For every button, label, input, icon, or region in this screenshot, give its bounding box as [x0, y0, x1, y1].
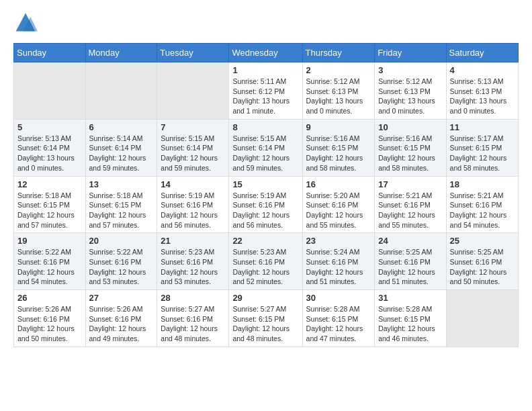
day-number: 27 [89, 293, 154, 303]
daylight-text: Daylight: 12 hours and 59 minutes. [89, 154, 146, 172]
logo-icon [13, 11, 38, 35]
sunset-text: Sunset: 6:14 PM [232, 144, 285, 152]
sunrise-text: Sunrise: 5:23 AM [232, 248, 286, 256]
sunrise-text: Sunrise: 5:20 AM [306, 191, 360, 199]
day-info: Sunrise: 5:22 AMSunset: 6:16 PMDaylight:… [89, 247, 154, 287]
day-number: 8 [232, 122, 298, 132]
calendar-week-row: 26Sunrise: 5:26 AMSunset: 6:16 PMDayligh… [14, 290, 519, 347]
day-number: 14 [161, 179, 225, 189]
day-info: Sunrise: 5:21 AMSunset: 6:16 PMDaylight:… [450, 191, 515, 230]
sunrise-text: Sunrise: 5:19 AM [232, 191, 286, 199]
day-info: Sunrise: 5:22 AMSunset: 6:16 PMDaylight:… [17, 247, 82, 287]
sunset-text: Sunset: 6:16 PM [89, 315, 142, 323]
sunrise-text: Sunrise: 5:22 AM [89, 248, 143, 256]
daylight-text: Daylight: 12 hours and 53 minutes. [161, 268, 218, 286]
daylight-text: Daylight: 12 hours and 57 minutes. [89, 211, 146, 229]
day-info: Sunrise: 5:12 AMSunset: 6:13 PMDaylight:… [378, 77, 442, 116]
sunrise-text: Sunrise: 5:26 AM [17, 305, 71, 313]
daylight-text: Daylight: 12 hours and 52 minutes. [232, 268, 290, 286]
daylight-text: Daylight: 12 hours and 51 minutes. [378, 268, 435, 286]
day-number: 1 [232, 65, 298, 75]
sunrise-text: Sunrise: 5:21 AM [378, 191, 432, 199]
sunset-text: Sunset: 6:14 PM [161, 144, 213, 152]
day-info: Sunrise: 5:11 AMSunset: 6:12 PMDaylight:… [232, 77, 298, 116]
calendar-cell: 10Sunrise: 5:16 AMSunset: 6:15 PMDayligh… [375, 119, 446, 176]
sunrise-text: Sunrise: 5:11 AM [232, 77, 286, 85]
daylight-text: Daylight: 12 hours and 53 minutes. [89, 268, 146, 286]
daylight-text: Daylight: 12 hours and 48 minutes. [161, 324, 218, 342]
sunrise-text: Sunrise: 5:16 AM [378, 134, 432, 142]
daylight-text: Daylight: 12 hours and 54 minutes. [450, 211, 507, 229]
day-info: Sunrise: 5:26 AMSunset: 6:16 PMDaylight:… [17, 304, 82, 344]
day-number: 17 [378, 179, 442, 189]
sunrise-text: Sunrise: 5:15 AM [161, 134, 214, 142]
sunrise-text: Sunrise: 5:14 AM [89, 134, 143, 142]
sunrise-text: Sunrise: 5:15 AM [232, 134, 286, 142]
daylight-text: Daylight: 12 hours and 54 minutes. [17, 268, 75, 286]
calendar-cell: 19Sunrise: 5:22 AMSunset: 6:16 PMDayligh… [14, 233, 86, 290]
day-info: Sunrise: 5:15 AMSunset: 6:14 PMDaylight:… [161, 134, 225, 173]
calendar-cell: 5Sunrise: 5:13 AMSunset: 6:14 PMDaylight… [14, 119, 86, 176]
calendar-cell: 7Sunrise: 5:15 AMSunset: 6:14 PMDaylight… [157, 119, 229, 176]
page: SundayMondayTuesdayWednesdayThursdayFrid… [0, 0, 532, 358]
day-number: 24 [378, 236, 442, 246]
sunrise-text: Sunrise: 5:12 AM [378, 77, 432, 85]
daylight-text: Daylight: 12 hours and 58 minutes. [306, 154, 363, 172]
sunset-text: Sunset: 6:16 PM [161, 258, 213, 266]
day-info: Sunrise: 5:15 AMSunset: 6:14 PMDaylight:… [232, 134, 298, 173]
sunset-text: Sunset: 6:16 PM [161, 201, 213, 209]
calendar-week-row: 19Sunrise: 5:22 AMSunset: 6:16 PMDayligh… [14, 233, 519, 290]
day-info: Sunrise: 5:14 AMSunset: 6:14 PMDaylight:… [89, 134, 154, 173]
daylight-text: Daylight: 12 hours and 49 minutes. [89, 324, 146, 342]
logo [13, 11, 42, 35]
calendar-cell [157, 62, 229, 120]
day-number: 18 [450, 179, 515, 189]
sunset-text: Sunset: 6:16 PM [232, 201, 285, 209]
daylight-text: Daylight: 12 hours and 50 minutes. [17, 324, 75, 342]
day-info: Sunrise: 5:12 AMSunset: 6:13 PMDaylight:… [306, 77, 371, 116]
daylight-text: Daylight: 13 hours and 1 minute. [232, 97, 290, 115]
daylight-text: Daylight: 12 hours and 58 minutes. [450, 154, 507, 172]
sunset-text: Sunset: 6:15 PM [378, 144, 431, 152]
daylight-text: Daylight: 12 hours and 50 minutes. [450, 268, 507, 286]
sunset-text: Sunset: 6:14 PM [17, 144, 70, 152]
day-number: 20 [89, 236, 154, 246]
daylight-text: Daylight: 12 hours and 55 minutes. [378, 211, 435, 229]
daylight-text: Daylight: 13 hours and 0 minutes. [17, 154, 75, 172]
calendar-cell: 4Sunrise: 5:13 AMSunset: 6:13 PMDaylight… [446, 62, 518, 120]
sunrise-text: Sunrise: 5:27 AM [161, 305, 214, 313]
sunrise-text: Sunrise: 5:27 AM [232, 305, 286, 313]
daylight-text: Daylight: 12 hours and 46 minutes. [378, 324, 435, 342]
day-info: Sunrise: 5:16 AMSunset: 6:15 PMDaylight:… [378, 134, 442, 173]
sunset-text: Sunset: 6:16 PM [161, 315, 213, 323]
sunset-text: Sunset: 6:14 PM [89, 144, 142, 152]
day-info: Sunrise: 5:19 AMSunset: 6:16 PMDaylight:… [232, 191, 298, 230]
sunset-text: Sunset: 6:15 PM [89, 201, 142, 209]
sunset-text: Sunset: 6:16 PM [306, 201, 359, 209]
sunrise-text: Sunrise: 5:12 AM [306, 77, 360, 85]
day-info: Sunrise: 5:20 AMSunset: 6:16 PMDaylight:… [306, 191, 371, 230]
calendar-cell: 16Sunrise: 5:20 AMSunset: 6:16 PMDayligh… [302, 176, 375, 233]
header [13, 11, 519, 35]
day-info: Sunrise: 5:25 AMSunset: 6:16 PMDaylight:… [378, 247, 442, 287]
calendar-week-row: 12Sunrise: 5:18 AMSunset: 6:15 PMDayligh… [14, 176, 519, 233]
sunset-text: Sunset: 6:15 PM [450, 144, 502, 152]
sunrise-text: Sunrise: 5:26 AM [89, 305, 143, 313]
calendar-cell: 15Sunrise: 5:19 AMSunset: 6:16 PMDayligh… [229, 176, 302, 233]
day-number: 3 [378, 65, 442, 75]
calendar-cell: 13Sunrise: 5:18 AMSunset: 6:15 PMDayligh… [85, 176, 157, 233]
day-number: 28 [161, 293, 225, 303]
day-number: 22 [232, 236, 298, 246]
sunrise-text: Sunrise: 5:18 AM [89, 191, 143, 199]
col-header-monday: Monday [85, 44, 157, 62]
sunset-text: Sunset: 6:16 PM [378, 201, 431, 209]
day-info: Sunrise: 5:21 AMSunset: 6:16 PMDaylight:… [378, 191, 442, 230]
col-header-thursday: Thursday [302, 44, 375, 62]
day-info: Sunrise: 5:18 AMSunset: 6:15 PMDaylight:… [17, 191, 82, 230]
daylight-text: Daylight: 13 hours and 0 minutes. [450, 97, 507, 115]
sunset-text: Sunset: 6:16 PM [17, 258, 70, 266]
calendar-cell: 9Sunrise: 5:16 AMSunset: 6:15 PMDaylight… [302, 119, 375, 176]
calendar: SundayMondayTuesdayWednesdayThursdayFrid… [13, 43, 519, 347]
daylight-text: Daylight: 13 hours and 0 minutes. [378, 97, 435, 115]
sunrise-text: Sunrise: 5:19 AM [161, 191, 214, 199]
